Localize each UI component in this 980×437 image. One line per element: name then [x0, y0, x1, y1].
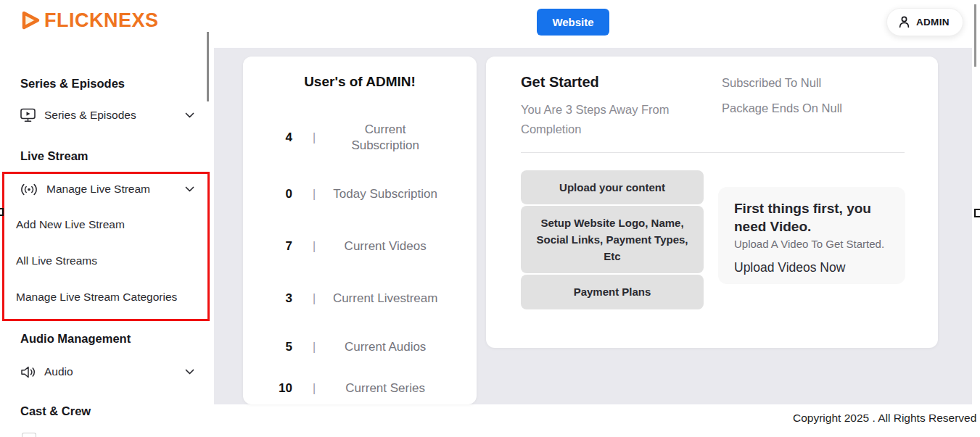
play-triangle-icon: [20, 9, 41, 32]
sidebar-scrollbar[interactable]: [207, 32, 209, 101]
stat-label: Current Series: [331, 380, 440, 396]
sidebar-item-label: Manage Live Stream: [46, 183, 176, 196]
left-edge-annotation-handle: [0, 208, 4, 216]
step-setup-website-button[interactable]: Setup Website Logo, Name, Social Links, …: [521, 206, 704, 273]
stat-separator: |: [313, 382, 316, 395]
promo-subtitle: Upload A Video To Get Started.: [734, 238, 889, 250]
stat-value: 5: [243, 340, 292, 354]
logo-text: FLICKNEXS: [44, 9, 159, 32]
first-video-panel: First things first, you need Video. Uplo…: [718, 187, 905, 284]
stat-row-current-videos: 7 | Current Videos: [243, 230, 477, 262]
sidebar-subitem-add-new-live-stream[interactable]: Add New Live Stream: [16, 216, 201, 233]
admin-label: ADMIN: [916, 17, 950, 28]
speaker-icon: [20, 366, 36, 378]
cutoff-menu-icon: [22, 433, 36, 437]
copyright-text: Copyright 2025 . All Rights Reserved: [793, 412, 976, 425]
get-started-subtitle: You Are 3 Steps Away From Completion: [521, 100, 702, 139]
upload-videos-now-link[interactable]: Upload Videos Now: [734, 260, 889, 275]
stat-label: Current Audios: [331, 339, 440, 355]
section-heading-live-stream: Live Stream: [20, 149, 88, 163]
admin-menu-button[interactable]: ADMIN: [886, 8, 963, 36]
broadcast-icon: [20, 183, 38, 196]
stat-separator: |: [313, 292, 316, 305]
stat-row-current-livestream: 3 | Current Livestream: [243, 283, 477, 315]
page-scrollbar[interactable]: [974, 4, 976, 67]
sidebar: FLICKNEXS Series & Episodes Series & Epi…: [0, 0, 214, 437]
stat-label: Current Subscription: [331, 122, 440, 154]
chevron-down-icon: [185, 369, 194, 375]
stat-separator: |: [313, 341, 316, 354]
sidebar-subitem-all-live-streams[interactable]: All Live Streams: [16, 252, 201, 270]
sidebar-item-label: Audio: [44, 365, 176, 378]
website-button[interactable]: Website: [537, 9, 609, 36]
sidebar-item-series-episodes[interactable]: Series & Episodes: [20, 106, 194, 125]
users-stats-card: User's of ADMIN! 4 | Current Subscriptio…: [243, 57, 477, 404]
section-heading-cast-crew: Cast & Crew: [20, 404, 91, 418]
stat-row-current-series: 10 | Current Series: [243, 373, 477, 404]
stat-row-today-subscription: 0 | Today Subscription: [243, 178, 477, 210]
sidebar-item-audio[interactable]: Audio: [20, 362, 194, 381]
user-icon: [897, 15, 911, 29]
right-edge-annotation-handle: [974, 209, 980, 217]
package-ends-text: Package Ends On Null: [722, 101, 842, 115]
get-started-card: Get Started You Are 3 Steps Away From Co…: [486, 57, 938, 348]
stat-label: Current Livestream: [331, 291, 440, 307]
stat-row-current-subscription: 4 | Current Subscription: [243, 122, 477, 154]
stats-card-title: User's of ADMIN!: [243, 74, 477, 90]
section-heading-series: Series & Episodes: [20, 77, 125, 91]
chevron-down-icon: [185, 186, 194, 192]
stat-label: Current Videos: [331, 238, 440, 254]
sidebar-item-label: Series & Episodes: [44, 109, 176, 122]
stat-value: 0: [243, 187, 292, 201]
stat-value: 7: [243, 239, 292, 254]
subscribed-to-text: Subscribed To Null: [722, 76, 821, 90]
stat-value: 3: [243, 291, 292, 306]
stat-separator: |: [313, 188, 316, 201]
sidebar-subitem-manage-live-stream-categories[interactable]: Manage Live Stream Categories: [16, 288, 201, 306]
sidebar-item-manage-live-stream[interactable]: Manage Live Stream: [20, 180, 194, 199]
stat-value: 10: [243, 381, 292, 396]
step-upload-content-button[interactable]: Upload your content: [521, 170, 704, 204]
flicknexs-logo[interactable]: FLICKNEXS: [20, 9, 159, 32]
get-started-title: Get Started: [521, 74, 599, 91]
stat-label: Today Subscription: [331, 186, 440, 202]
stat-separator: |: [313, 240, 316, 253]
stat-value: 4: [243, 130, 292, 145]
stat-separator: |: [313, 131, 316, 144]
series-monitor-icon: [20, 108, 36, 122]
divider: [521, 152, 905, 153]
step-payment-plans-button[interactable]: Payment Plans: [521, 275, 704, 309]
chevron-down-icon: [185, 112, 194, 118]
promo-title: First things first, you need Video.: [734, 200, 889, 236]
section-heading-audio-management: Audio Management: [20, 332, 131, 346]
stat-row-current-audios: 5 | Current Audios: [243, 331, 477, 363]
